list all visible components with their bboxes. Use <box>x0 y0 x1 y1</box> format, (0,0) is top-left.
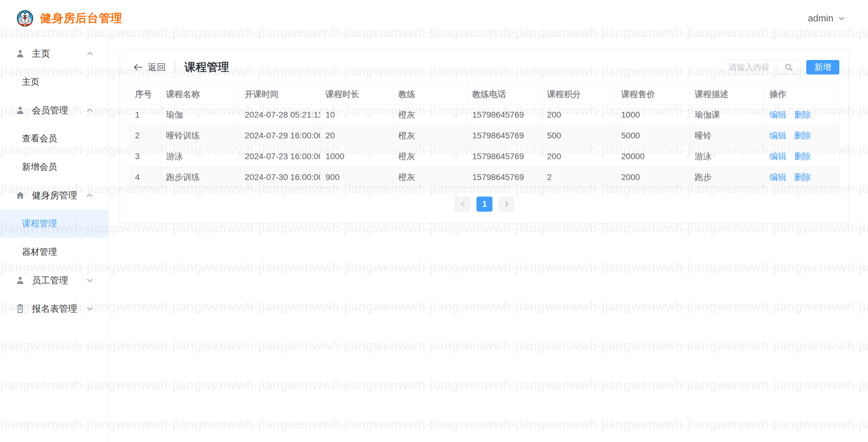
table-cell: 2000 <box>616 167 689 188</box>
sidebar-group-label: 主页 <box>32 48 50 60</box>
sidebar-item-label: 查看会员 <box>22 132 57 145</box>
table-cell: 1000 <box>320 146 393 167</box>
next-page-button[interactable] <box>498 197 515 212</box>
sidebar-item-home[interactable]: 主页 <box>0 68 108 96</box>
table-cell: 游泳 <box>161 146 240 167</box>
table-cell: 2 <box>542 167 616 188</box>
table-cell: 15798645769 <box>467 146 542 167</box>
table-cell: 20 <box>320 125 393 146</box>
table-header-row: 序号课程名称开课时间课程时长教练教练电话课程积分课程售价课程描述操作 <box>130 84 840 105</box>
app-title: 健身房后台管理 <box>40 10 122 26</box>
column-header: 课程描述 <box>689 84 764 105</box>
doraemon-logo-icon <box>17 10 33 27</box>
sidebar-group-label: 员工管理 <box>32 274 68 287</box>
search-button[interactable] <box>777 60 801 74</box>
back-button[interactable]: 返回 <box>133 61 166 73</box>
add-button[interactable]: 新增 <box>806 60 839 75</box>
table-cell: 跑步训练 <box>161 167 240 188</box>
table-cell: 5000 <box>616 125 689 146</box>
table-cell: 2024-07-29 16:00:00 <box>240 125 320 146</box>
column-header: 课程名称 <box>161 84 240 105</box>
pagination: 1 <box>130 197 839 212</box>
column-header: 操作 <box>764 84 840 105</box>
edit-link[interactable]: 编辑 <box>770 110 786 119</box>
table-cell: 橙灰 <box>393 125 467 146</box>
delete-link[interactable]: 删除 <box>794 173 811 182</box>
sidebar-item-add-member[interactable]: 新增会员 <box>0 153 108 181</box>
prev-page-button[interactable] <box>455 197 470 212</box>
table-cell: 哑铃训练 <box>161 125 240 146</box>
sidebar-group-label: 会员管理 <box>32 104 68 117</box>
search-icon <box>784 63 793 72</box>
actions-cell: 编辑删除 <box>764 125 840 146</box>
table-cell: 2024-07-23 16:00:00 <box>240 146 320 167</box>
sidebar-item-label: 主页 <box>22 76 39 88</box>
chevron-right-icon <box>503 201 510 208</box>
actions-cell: 编辑删除 <box>764 105 840 125</box>
sidebar-group-label: 健身房管理 <box>32 189 77 202</box>
search-input[interactable] <box>723 60 777 74</box>
table-cell: 1000 <box>616 105 689 125</box>
table-cell: 3 <box>130 146 161 167</box>
table-cell: 2024-07-30 16:00:00 <box>240 167 320 188</box>
course-table: 序号课程名称开课时间课程时长教练教练电话课程积分课程售价课程描述操作 1瑜伽20… <box>130 84 840 188</box>
column-header: 教练电话 <box>467 84 542 105</box>
table-cell: 10 <box>320 105 393 125</box>
sidebar-group-registration[interactable]: 报名表管理 <box>0 295 108 323</box>
table-cell: 瑜伽 <box>161 105 240 125</box>
chevron-up-icon <box>86 191 94 199</box>
user-dropdown[interactable]: admin <box>808 13 845 24</box>
table-row: 4跑步训练2024-07-30 16:00:00900橙灰15798645769… <box>130 167 840 188</box>
home-icon <box>15 190 25 201</box>
chevron-left-icon <box>459 201 466 208</box>
delete-link[interactable]: 删除 <box>794 110 811 119</box>
delete-link[interactable]: 删除 <box>794 131 811 140</box>
sidebar-item-course-management[interactable]: 课程管理 <box>0 210 108 238</box>
table-row: 2哑铃训练2024-07-29 16:00:0020橙灰157986457695… <box>130 125 840 146</box>
actions-cell: 编辑删除 <box>764 146 840 167</box>
table-row: 1瑜伽2024-07-28 05:21:1110橙灰15798645769200… <box>130 105 840 125</box>
column-header: 课程积分 <box>542 84 616 105</box>
page-title: 课程管理 <box>184 60 229 75</box>
sidebar-group-gym[interactable]: 健身房管理 <box>0 181 108 210</box>
page-number-button[interactable]: 1 <box>476 197 493 212</box>
table-cell: 2 <box>130 125 161 146</box>
sidebar-group-staff[interactable]: 员工管理 <box>0 266 108 295</box>
edit-link[interactable]: 编辑 <box>770 173 786 182</box>
sidebar-item-label: 器材管理 <box>22 246 57 258</box>
table-cell: 橙灰 <box>393 167 467 188</box>
table-cell: 15798645769 <box>467 125 542 146</box>
table-cell: 15798645769 <box>467 105 542 125</box>
table-cell: 900 <box>320 167 393 188</box>
delete-link[interactable]: 删除 <box>794 152 811 161</box>
sidebar-item-view-members[interactable]: 查看会员 <box>0 124 108 153</box>
back-label: 返回 <box>148 61 166 73</box>
table-cell: 橙灰 <box>393 146 467 167</box>
sidebar-group-home[interactable]: 主页 <box>0 39 108 68</box>
column-header: 序号 <box>130 84 161 105</box>
user-icon <box>15 49 25 59</box>
table-body: 1瑜伽2024-07-28 05:21:1110橙灰15798645769200… <box>130 105 840 188</box>
sidebar: 主页 主页 会员管理 查看会员 新增会员 健身房管理 <box>0 37 108 442</box>
column-header: 课程售价 <box>616 84 689 105</box>
card-header: 返回 课程管理 新增 <box>130 60 839 75</box>
chevron-up-icon <box>86 50 94 58</box>
username: admin <box>808 13 833 24</box>
table-cell: 15798645769 <box>467 167 542 188</box>
course-management-card: 返回 课程管理 新增 <box>120 49 849 223</box>
actions-cell: 编辑删除 <box>764 167 840 188</box>
edit-link[interactable]: 编辑 <box>770 131 786 140</box>
table-cell: 1 <box>130 105 161 125</box>
edit-link[interactable]: 编辑 <box>770 152 786 161</box>
sidebar-item-equipment-management[interactable]: 器材管理 <box>0 238 108 266</box>
chevron-down-icon <box>86 305 94 313</box>
divider <box>175 62 176 73</box>
chevron-down-icon <box>86 276 94 284</box>
sidebar-item-label: 新增会员 <box>22 161 57 173</box>
chevron-up-icon <box>86 107 94 114</box>
column-header: 教练 <box>393 84 467 105</box>
table-cell: 20000 <box>616 146 689 167</box>
sidebar-group-members[interactable]: 会员管理 <box>0 96 108 124</box>
user-icon <box>15 275 25 286</box>
clipboard-icon <box>15 304 25 314</box>
